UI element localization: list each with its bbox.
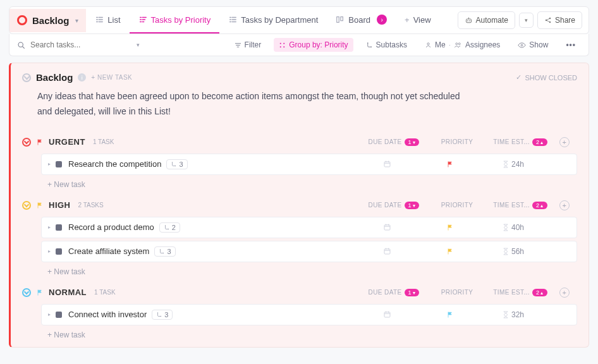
col-time-est[interactable]: TIME EST...2 bbox=[489, 138, 552, 146]
secondary-toolbar: ▾ Filter Group by: Priority Subtasks Me bbox=[9, 34, 589, 56]
task-row[interactable]: ▸ Record a product demo 2 40h bbox=[41, 217, 577, 238]
task-row[interactable]: ▸ Research the competition 3 24h bbox=[41, 154, 577, 175]
chevron-down-icon[interactable]: ▾ bbox=[137, 42, 140, 48]
col-time-est[interactable]: TIME EST...2 bbox=[489, 289, 552, 296]
add-column-button[interactable]: + bbox=[552, 200, 577, 210]
task-row[interactable]: ▸ Connect with investor 3 32h bbox=[41, 304, 577, 325]
next-icon[interactable]: › bbox=[377, 15, 387, 25]
col-due-date[interactable]: DUE DATE1 bbox=[362, 202, 425, 209]
svg-rect-0 bbox=[337, 17, 339, 23]
list-selector[interactable]: Backlog ▾ bbox=[9, 9, 86, 32]
column-headers: DUE DATE1 PRIORITY TIME EST...2 + bbox=[362, 200, 577, 210]
col-priority[interactable]: PRIORITY bbox=[425, 289, 489, 296]
plus-icon: + bbox=[405, 15, 410, 25]
subtask-badge[interactable]: 3 bbox=[154, 246, 175, 257]
search-field[interactable]: ▾ bbox=[17, 40, 222, 49]
view-tab-label: List bbox=[107, 15, 120, 25]
status-icon[interactable] bbox=[56, 248, 62, 255]
status-icon[interactable] bbox=[56, 161, 62, 167]
cell-time-est[interactable]: 24h bbox=[482, 160, 545, 169]
sort-pill[interactable]: 1 bbox=[405, 289, 420, 296]
task-row[interactable]: ▸ Create affiliate system 3 56h bbox=[41, 241, 577, 262]
svg-point-8 bbox=[18, 42, 23, 47]
cell-priority[interactable] bbox=[418, 311, 482, 318]
share-button[interactable]: Share bbox=[537, 11, 582, 29]
subtasks-button[interactable]: Subtasks bbox=[361, 38, 412, 52]
search-icon bbox=[17, 41, 25, 49]
subtask-badge[interactable]: 2 bbox=[159, 222, 180, 233]
automate-dropdown[interactable]: ▾ bbox=[519, 13, 534, 28]
brand-ring-icon bbox=[17, 15, 27, 25]
add-column-button[interactable]: + bbox=[552, 137, 577, 147]
filter-button[interactable]: Filter bbox=[229, 38, 267, 52]
priority-list-icon bbox=[138, 15, 147, 24]
subtask-badge[interactable]: 3 bbox=[166, 159, 187, 169]
group-count: 2 TASKS bbox=[78, 202, 104, 209]
show-button[interactable]: Show bbox=[513, 38, 553, 52]
col-due-date[interactable]: DUE DATE1 bbox=[362, 138, 425, 146]
collapse-ring-icon[interactable] bbox=[22, 201, 31, 210]
search-input[interactable] bbox=[30, 40, 131, 49]
collapse-icon[interactable] bbox=[22, 73, 31, 82]
me-label: Me bbox=[435, 40, 446, 49]
sort-pill[interactable]: 2 bbox=[532, 202, 547, 209]
cell-due-date[interactable] bbox=[355, 223, 418, 231]
col-priority[interactable]: PRIORITY bbox=[425, 138, 489, 145]
sort-pill[interactable]: 1 bbox=[405, 138, 420, 146]
svg-rect-1 bbox=[341, 17, 343, 21]
list-header: Backlog i + NEW TASK ✓ SHOW CLOSED bbox=[22, 72, 577, 83]
cell-time-est[interactable]: 56h bbox=[482, 247, 545, 256]
expand-icon[interactable]: ▸ bbox=[48, 248, 51, 254]
view-tab-tasks-department[interactable]: Tasks by Department bbox=[219, 8, 327, 33]
new-task-button[interactable]: + New task bbox=[47, 325, 577, 342]
automate-button[interactable]: Automate bbox=[458, 11, 515, 29]
cell-time-est[interactable]: 40h bbox=[482, 223, 545, 232]
dot-separator: · bbox=[449, 40, 451, 49]
more-button[interactable]: ••• bbox=[561, 38, 581, 52]
flag-icon bbox=[36, 202, 44, 209]
info-icon[interactable]: i bbox=[78, 73, 86, 82]
priority-group: URGENT 1 TASK DUE DATE1 PRIORITY TIME ES… bbox=[22, 133, 577, 191]
cell-time-est[interactable]: 32h bbox=[482, 310, 545, 319]
svg-point-10 bbox=[280, 46, 281, 47]
flag-icon bbox=[446, 248, 454, 255]
cell-due-date[interactable] bbox=[355, 160, 418, 168]
new-task-button[interactable]: + New task bbox=[47, 175, 577, 191]
sort-pill[interactable]: 1 bbox=[405, 202, 420, 209]
status-icon[interactable] bbox=[56, 312, 62, 318]
col-priority[interactable]: PRIORITY bbox=[425, 202, 489, 209]
collapse-ring-icon[interactable] bbox=[22, 138, 31, 147]
expand-icon[interactable]: ▸ bbox=[48, 224, 51, 230]
plus-icon: + bbox=[559, 137, 570, 147]
subtask-badge[interactable]: 3 bbox=[152, 310, 173, 320]
new-task-button[interactable]: + New task bbox=[47, 262, 577, 279]
status-icon[interactable] bbox=[56, 224, 62, 231]
view-tab-board[interactable]: Board › bbox=[327, 7, 396, 33]
sort-pill[interactable]: 2 bbox=[532, 138, 547, 146]
me-button[interactable]: Me · Assignees bbox=[420, 38, 505, 52]
subtasks-icon bbox=[366, 42, 373, 49]
cell-due-date[interactable] bbox=[355, 247, 418, 255]
col-due-date[interactable]: DUE DATE1 bbox=[362, 289, 425, 296]
department-list-icon bbox=[228, 15, 237, 24]
col-time-est[interactable]: TIME EST...2 bbox=[489, 202, 552, 209]
show-closed-button[interactable]: ✓ SHOW CLOSED bbox=[516, 73, 577, 82]
group-by-button[interactable]: Group by: Priority bbox=[274, 38, 353, 52]
new-task-header-button[interactable]: + NEW TASK bbox=[91, 74, 132, 81]
collapse-ring-icon[interactable] bbox=[22, 288, 31, 297]
view-tab-tasks-priority[interactable]: Tasks by Priority bbox=[130, 8, 220, 33]
cell-priority[interactable] bbox=[418, 248, 482, 255]
view-tab-label: Tasks by Priority bbox=[151, 15, 211, 25]
cell-due-date[interactable] bbox=[355, 310, 418, 318]
add-view-button[interactable]: + View bbox=[396, 8, 440, 33]
svg-rect-30 bbox=[384, 312, 390, 317]
view-tab-list[interactable]: List bbox=[86, 8, 129, 33]
svg-point-19 bbox=[172, 162, 173, 162]
add-column-button[interactable]: + bbox=[552, 288, 577, 298]
cell-priority[interactable] bbox=[418, 224, 482, 231]
expand-icon[interactable]: ▸ bbox=[48, 161, 51, 167]
cell-priority[interactable] bbox=[418, 161, 482, 168]
sort-pill[interactable]: 2 bbox=[532, 289, 547, 296]
expand-icon[interactable]: ▸ bbox=[48, 312, 51, 317]
group-header: HIGH 2 TASKS DUE DATE1 PRIORITY TIME EST… bbox=[22, 197, 577, 214]
